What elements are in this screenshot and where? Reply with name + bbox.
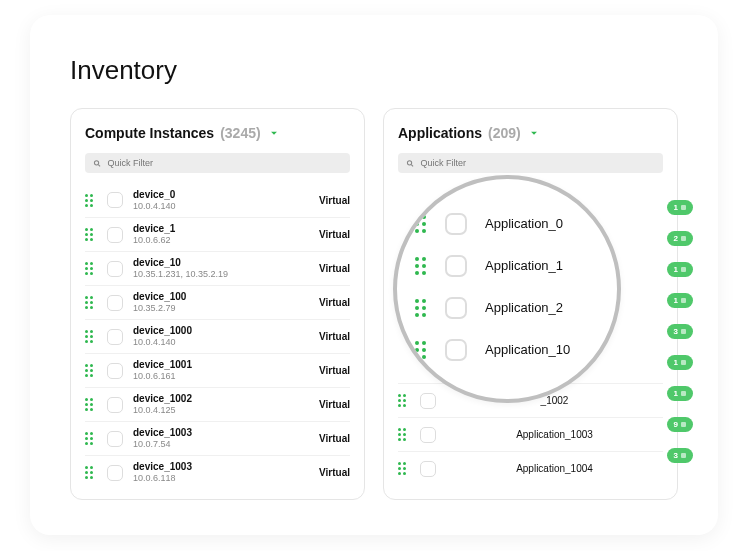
table-row[interactable]: Application_10	[415, 329, 599, 371]
drag-handle-icon[interactable]	[415, 215, 433, 233]
svg-point-2	[407, 160, 411, 164]
application-name: Application_1003	[446, 429, 663, 441]
chevron-down-icon	[267, 126, 281, 140]
row-text: device_1002 10.0.4.125	[133, 393, 319, 416]
compute-panel-header[interactable]: Compute Instances (3245)	[85, 125, 350, 141]
row-text: Application_1004	[446, 463, 663, 475]
row-checkbox[interactable]	[445, 255, 467, 277]
table-row[interactable]: device_1003 10.0.6.118 Virtual	[85, 455, 350, 489]
row-checkbox[interactable]	[107, 431, 123, 447]
device-name: device_1001	[133, 359, 319, 371]
table-row[interactable]: device_1001 10.0.6.161 Virtual	[85, 353, 350, 387]
device-ip: 10.0.6.161	[133, 371, 319, 382]
compute-panel: Compute Instances (3245) device_0 10.0.4…	[70, 108, 365, 500]
drag-handle-icon[interactable]	[85, 262, 99, 275]
drag-handle-icon[interactable]	[415, 257, 433, 275]
applications-filter[interactable]	[398, 153, 663, 173]
device-name: device_1003	[133, 461, 319, 473]
drag-handle-icon[interactable]	[398, 462, 412, 475]
table-row[interactable]: Application_1	[415, 245, 599, 287]
row-checkbox[interactable]	[107, 261, 123, 277]
table-row[interactable]: Application_1003	[398, 417, 663, 451]
drag-handle-icon[interactable]	[85, 364, 99, 377]
row-checkbox[interactable]	[107, 329, 123, 345]
drag-handle-icon[interactable]	[85, 398, 99, 411]
row-text: Application_1003	[446, 429, 663, 441]
table-row[interactable]: device_1002 10.0.4.125 Virtual	[85, 387, 350, 421]
page-title: Inventory	[70, 55, 678, 86]
drag-handle-icon[interactable]	[85, 194, 99, 207]
device-ip: 10.0.6.118	[133, 473, 319, 484]
svg-line-3	[411, 164, 413, 166]
row-checkbox[interactable]	[107, 397, 123, 413]
row-checkbox[interactable]	[420, 461, 436, 477]
count-badge: 2	[667, 231, 693, 246]
row-text: device_10 10.35.1.231, 10.35.2.19	[133, 257, 319, 280]
device-ip: 10.0.4.125	[133, 405, 319, 416]
count-badge: 9	[667, 417, 693, 432]
drag-handle-icon[interactable]	[85, 228, 99, 241]
table-row[interactable]: device_1003 10.0.7.54 Virtual	[85, 421, 350, 455]
row-checkbox[interactable]	[107, 192, 123, 208]
row-checkbox[interactable]	[445, 339, 467, 361]
instance-type: Virtual	[319, 467, 350, 478]
count-badge: 1	[667, 200, 693, 215]
row-checkbox[interactable]	[107, 227, 123, 243]
device-name: device_1	[133, 223, 319, 235]
drag-handle-icon[interactable]	[85, 432, 99, 445]
drag-handle-icon[interactable]	[85, 296, 99, 309]
count-badge: 1	[667, 262, 693, 277]
application-name: Application_2	[485, 300, 563, 316]
zoom-magnifier: Application_0 Application_1 Application_…	[393, 175, 621, 403]
compute-filter[interactable]	[85, 153, 350, 173]
row-text: device_1 10.0.6.62	[133, 223, 319, 246]
drag-handle-icon[interactable]	[415, 341, 433, 359]
count-badge: 3	[667, 324, 693, 339]
table-row[interactable]: device_10 10.35.1.231, 10.35.2.19 Virtua…	[85, 251, 350, 285]
drag-handle-icon[interactable]	[398, 428, 412, 441]
search-icon	[406, 159, 414, 168]
svg-line-1	[98, 164, 100, 166]
row-text: device_100 10.35.2.79	[133, 291, 319, 314]
device-ip: 10.0.4.140	[133, 201, 319, 212]
row-text: device_1003 10.0.7.54	[133, 427, 319, 450]
row-checkbox[interactable]	[107, 465, 123, 481]
applications-panel-header[interactable]: Applications (209)	[398, 125, 663, 141]
compute-rows: device_0 10.0.4.140 Virtual device_1 10.…	[85, 183, 350, 489]
row-checkbox[interactable]	[445, 297, 467, 319]
row-checkbox[interactable]	[107, 363, 123, 379]
table-row[interactable]: device_1000 10.0.4.140 Virtual	[85, 319, 350, 353]
table-row[interactable]: device_1 10.0.6.62 Virtual	[85, 217, 350, 251]
drag-handle-icon[interactable]	[398, 394, 412, 407]
device-ip: 10.0.6.62	[133, 235, 319, 246]
table-row[interactable]: device_100 10.35.2.79 Virtual	[85, 285, 350, 319]
drag-handle-icon[interactable]	[415, 299, 433, 317]
row-checkbox[interactable]	[107, 295, 123, 311]
drag-handle-icon[interactable]	[85, 330, 99, 343]
svg-point-0	[94, 160, 98, 164]
table-row[interactable]: device_0 10.0.4.140 Virtual	[85, 183, 350, 217]
row-checkbox[interactable]	[420, 393, 436, 409]
device-ip: 10.0.7.54	[133, 439, 319, 450]
device-name: device_100	[133, 291, 319, 303]
device-ip: 10.0.4.140	[133, 337, 319, 348]
row-text: device_1001 10.0.6.161	[133, 359, 319, 382]
device-name: device_0	[133, 189, 319, 201]
device-ip: 10.35.1.231, 10.35.2.19	[133, 269, 319, 280]
instance-type: Virtual	[319, 433, 350, 444]
instance-type: Virtual	[319, 263, 350, 274]
applications-panel-title: Applications	[398, 125, 482, 141]
chevron-down-icon	[527, 126, 541, 140]
table-row[interactable]: Application_0	[415, 203, 599, 245]
applications-filter-input[interactable]	[420, 158, 655, 168]
instance-type: Virtual	[319, 195, 350, 206]
row-text: device_1003 10.0.6.118	[133, 461, 319, 484]
drag-handle-icon[interactable]	[85, 466, 99, 479]
application-name: Application_0	[485, 216, 563, 232]
table-row[interactable]: Application_2	[415, 287, 599, 329]
row-checkbox[interactable]	[445, 213, 467, 235]
table-row[interactable]: Application_1004	[398, 451, 663, 485]
compute-filter-input[interactable]	[107, 158, 342, 168]
compute-panel-title: Compute Instances	[85, 125, 214, 141]
row-checkbox[interactable]	[420, 427, 436, 443]
